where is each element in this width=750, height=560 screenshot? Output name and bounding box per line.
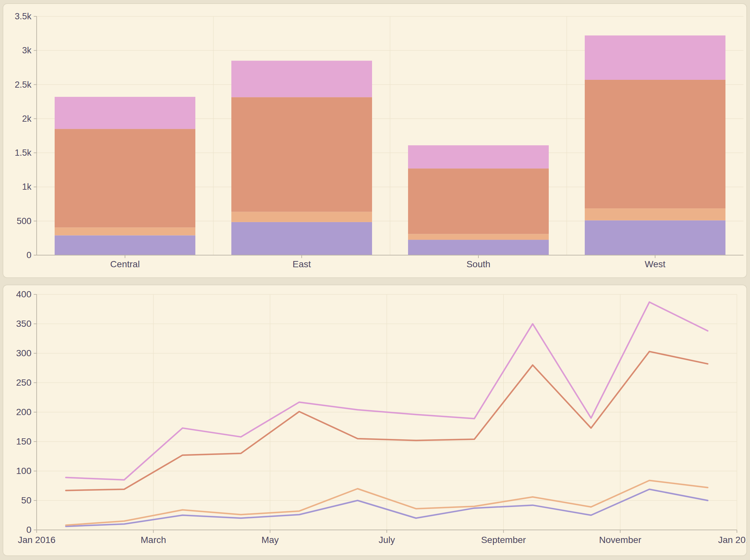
bar-west [585,35,726,255]
y-tick-label: 350 [16,319,32,329]
x-tick-label: Jan 2017 [718,535,746,545]
bar-segment-purple[interactable] [585,220,726,255]
stacked-bar-chart-panel: 05001k1.5k2k2.5k3k3.5kCentralEastSouthWe… [3,3,747,278]
y-tick-label: 2.5k [15,80,32,89]
x-category-label: South [466,259,490,269]
bar-south [408,145,549,255]
bar-segment-tan[interactable] [55,228,195,236]
x-tick-label: September [481,535,526,545]
y-tick-label: 3.5k [15,12,32,21]
x-category-label: West [645,259,665,269]
bar-segment-pink[interactable] [585,35,726,80]
bar-segment-salmon[interactable] [55,129,195,227]
y-tick-label: 1k [22,182,32,192]
y-tick-label: 50 [21,495,32,505]
bar-segment-purple[interactable] [408,240,549,255]
x-category-label: East [293,259,311,269]
x-category-label: Central [110,259,140,269]
bar-segment-purple[interactable] [231,222,372,255]
y-tick-label: 1.5k [15,148,32,158]
y-tick-label: 0 [26,250,32,260]
y-tick-label: 300 [16,348,32,358]
bar-segment-tan[interactable] [585,208,726,220]
x-tick-label: May [261,535,279,545]
x-tick-label: November [599,535,642,545]
y-tick-label: 200 [16,407,32,417]
line-chart-panel: 050100150200250300350400Jan 2016MarchMay… [3,285,747,556]
line-chart: 050100150200250300350400Jan 2016MarchMay… [3,285,746,555]
y-tick-label: 2k [22,114,32,124]
bar-segment-salmon[interactable] [585,80,726,208]
y-tick-label: 100 [16,466,32,476]
bar-east [231,61,372,255]
bar-segment-salmon[interactable] [408,168,549,234]
bar-central [55,97,195,255]
x-tick-label: Jan 2016 [18,535,55,545]
bar-segment-salmon[interactable] [231,97,372,212]
bar-segment-pink[interactable] [408,145,549,168]
bar-segment-purple[interactable] [55,236,195,255]
y-tick-label: 3k [22,45,32,55]
bar-segment-pink[interactable] [231,61,372,98]
stacked-bar-chart: 05001k1.5k2k2.5k3k3.5kCentralEastSouthWe… [3,4,746,277]
bar-segment-tan[interactable] [408,234,549,240]
y-tick-label: 250 [16,378,32,387]
bar-segment-pink[interactable] [55,97,195,129]
x-tick-label: March [141,535,166,545]
y-tick-label: 500 [17,216,32,226]
x-tick-label: July [379,535,395,545]
bar-segment-tan[interactable] [231,212,372,222]
y-tick-label: 0 [26,525,32,535]
y-tick-label: 150 [16,436,32,446]
y-tick-label: 400 [16,289,32,299]
